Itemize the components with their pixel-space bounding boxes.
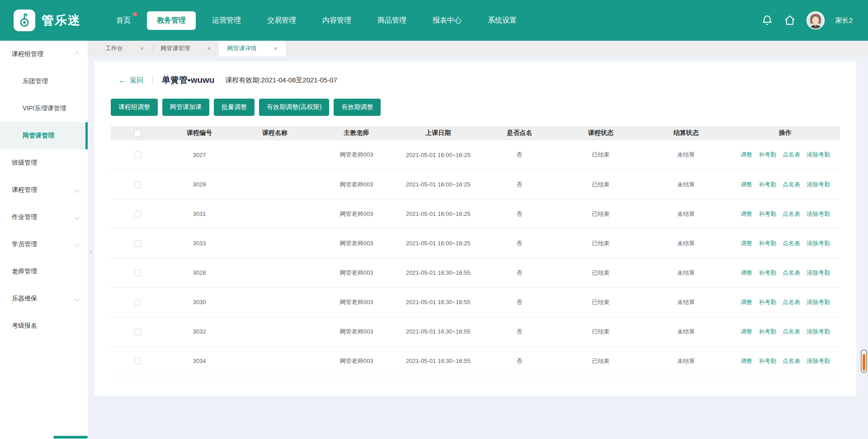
sidebar-item-homework-mgmt[interactable]: 作业管理	[0, 204, 88, 231]
makeup-attendance-link[interactable]: 补考勤	[759, 358, 776, 364]
roll-sheet-link[interactable]: 点名表	[783, 240, 800, 247]
nav-right: 家长2	[761, 11, 853, 29]
adjust-link[interactable]: 调整	[741, 240, 752, 247]
batch-adjust-button[interactable]: 批量调整	[214, 99, 255, 116]
app-logo-icon	[14, 10, 35, 31]
tab-online-course-detail[interactable]: 网管课详情×	[219, 41, 285, 56]
clear-attendance-link[interactable]: 清除考勤	[807, 240, 830, 247]
tab-close-icon[interactable]: ×	[140, 45, 144, 52]
sidebar-item-course-group-mgmt[interactable]: 课程组管理	[0, 41, 88, 68]
sidebar-item-exam-signup[interactable]: 考级报名	[0, 312, 88, 339]
makeup-attendance-link[interactable]: 补考勤	[759, 299, 776, 305]
select-all-checkbox[interactable]	[134, 130, 141, 137]
sidebar-item-instrument-maint[interactable]: 乐器维保	[0, 285, 88, 312]
row-checkbox[interactable]	[134, 181, 141, 188]
cell-course-status: 已结束	[560, 317, 642, 346]
main-layout: 课程组管理乐团管理VIP/乐理课管理网管课管理班级管理课程管理作业管理学员管理老…	[0, 41, 868, 439]
vertical-scrollbar-thumb[interactable]	[861, 349, 867, 373]
home-icon[interactable]	[784, 14, 796, 26]
adjust-link[interactable]: 调整	[741, 210, 752, 217]
cell-course-status: 已结束	[560, 287, 642, 317]
horizontal-scrollbar-thumb[interactable]	[53, 436, 88, 439]
tab-workbench[interactable]: 工作台×	[97, 41, 152, 56]
chevron-up-icon	[74, 52, 79, 57]
adjust-link[interactable]: 调整	[741, 269, 752, 276]
row-checkbox[interactable]	[134, 358, 141, 365]
clear-attendance-link[interactable]: 清除考勤	[807, 151, 830, 158]
tab-label: 工作台	[105, 44, 123, 52]
column-header: 操作	[731, 126, 840, 140]
row-checkbox-cell	[111, 287, 165, 317]
validity-adjust-admin-button[interactable]: 有效期调整(高权限)	[259, 99, 329, 116]
username[interactable]: 家长2	[835, 16, 853, 25]
adjust-link[interactable]: 调整	[741, 328, 752, 335]
column-header: 结算状态	[642, 126, 731, 140]
user-avatar[interactable]	[807, 11, 825, 29]
nav-item-report[interactable]: 报表中心	[423, 11, 472, 30]
sidebar-item-online-course-mgmt[interactable]: 网管课管理	[0, 122, 88, 149]
clear-attendance-link[interactable]: 清除考勤	[807, 181, 830, 188]
cell-settle-status: 未结算	[642, 199, 731, 229]
sidebar-item-band-mgmt[interactable]: 乐团管理	[0, 68, 88, 95]
clear-attendance-link[interactable]: 清除考勤	[807, 328, 830, 335]
nav-item-trade[interactable]: 交易管理	[257, 11, 306, 30]
nav-item-academic[interactable]: 教务管理	[147, 11, 196, 30]
roll-sheet-link[interactable]: 点名表	[783, 328, 800, 335]
adjust-link[interactable]: 调整	[741, 151, 752, 158]
sidebar-item-student-mgmt[interactable]: 学员管理	[0, 231, 88, 258]
column-header: 上课日期	[397, 126, 479, 140]
cell-actions: 调整补考勤点名表清除考勤	[731, 170, 840, 199]
cell-course-id: 3033	[165, 229, 234, 258]
cell-course-status: 已结束	[560, 170, 642, 199]
makeup-attendance-link[interactable]: 补考勤	[759, 269, 776, 276]
row-checkbox[interactable]	[134, 270, 141, 277]
cell-actions: 调整补考勤点名表清除考勤	[731, 229, 840, 258]
roll-sheet-link[interactable]: 点名表	[783, 299, 800, 305]
cell-teacher: 网管老师003	[316, 258, 397, 287]
row-checkbox[interactable]	[134, 299, 141, 306]
roll-sheet-link[interactable]: 点名表	[783, 210, 800, 217]
nav-item-operate[interactable]: 运营管理	[202, 11, 251, 30]
roll-sheet-link[interactable]: 点名表	[783, 269, 800, 276]
makeup-attendance-link[interactable]: 补考勤	[759, 240, 776, 247]
roll-sheet-link[interactable]: 点名表	[783, 181, 800, 188]
row-checkbox[interactable]	[134, 329, 141, 335]
makeup-attendance-link[interactable]: 补考勤	[759, 328, 776, 335]
makeup-attendance-link[interactable]: 补考勤	[759, 181, 776, 188]
adjust-course-group-button[interactable]: 课程组调整	[111, 99, 158, 116]
makeup-attendance-link[interactable]: 补考勤	[759, 151, 776, 158]
row-checkbox[interactable]	[134, 240, 141, 247]
tab-online-course-mgmt[interactable]: 网管课管理×	[152, 41, 219, 56]
roll-sheet-link[interactable]: 点名表	[783, 151, 800, 158]
cell-course-id: 3027	[165, 140, 234, 170]
clear-attendance-link[interactable]: 清除考勤	[807, 358, 830, 364]
add-online-course-button[interactable]: 网管课加课	[162, 99, 209, 116]
adjust-link[interactable]: 调整	[741, 299, 752, 305]
row-checkbox-cell	[111, 199, 165, 229]
tab-close-icon[interactable]: ×	[274, 45, 277, 52]
sidebar-item-course-mgmt[interactable]: 课程管理	[0, 177, 88, 204]
clear-attendance-link[interactable]: 清除考勤	[807, 269, 830, 276]
adjust-link[interactable]: 调整	[741, 358, 752, 364]
nav-item-goods[interactable]: 商品管理	[368, 11, 416, 30]
cell-course-name	[234, 317, 316, 346]
back-button[interactable]: ← 返回	[118, 76, 143, 85]
adjust-link[interactable]: 调整	[741, 181, 752, 188]
sidebar-collapse-icon[interactable]: ‹	[88, 243, 94, 260]
cell-settle-status: 未结算	[642, 140, 731, 170]
sidebar-item-teacher-mgmt[interactable]: 老师管理	[0, 258, 88, 285]
nav-item-content[interactable]: 内容管理	[312, 11, 361, 30]
roll-sheet-link[interactable]: 点名表	[783, 358, 800, 364]
sidebar-item-vip-theory-mgmt[interactable]: VIP/乐理课管理	[0, 95, 88, 122]
sidebar-item-class-mgmt[interactable]: 班级管理	[0, 149, 88, 177]
validity-adjust-button[interactable]: 有效期调整	[334, 99, 381, 116]
row-checkbox[interactable]	[134, 152, 141, 158]
bell-icon[interactable]	[761, 14, 773, 26]
clear-attendance-link[interactable]: 清除考勤	[807, 299, 830, 305]
row-checkbox[interactable]	[134, 211, 141, 218]
makeup-attendance-link[interactable]: 补考勤	[759, 210, 776, 217]
nav-item-home[interactable]: 首页	[106, 11, 141, 30]
clear-attendance-link[interactable]: 清除考勤	[807, 210, 830, 217]
tab-close-icon[interactable]: ×	[207, 45, 211, 52]
nav-item-system[interactable]: 系统设置	[478, 11, 527, 30]
